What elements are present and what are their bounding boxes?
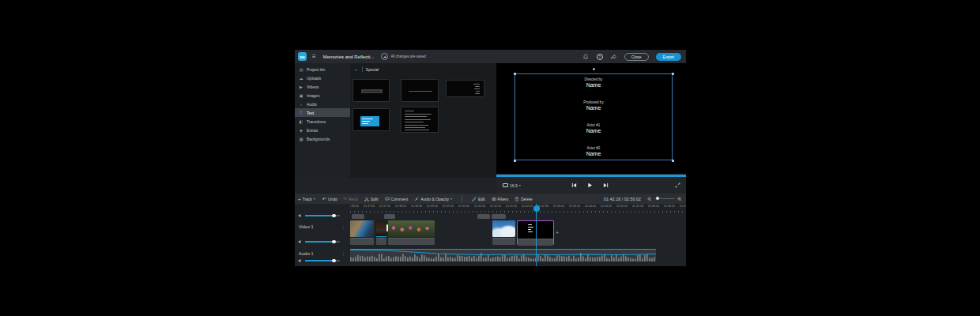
play-button[interactable] — [587, 182, 593, 188]
wevideo-logo[interactable]: we — [298, 52, 307, 61]
selection-handle-top-left[interactable] — [514, 73, 516, 75]
sidebar-item-label: Audio — [307, 102, 317, 107]
sidebar-item-label: Transitions — [307, 119, 326, 124]
fullscreen-icon[interactable] — [675, 182, 680, 188]
edit-button[interactable]: Edit — [472, 197, 485, 201]
audio-clip[interactable] — [350, 249, 656, 261]
video-track-label: Video 1 — [299, 224, 314, 229]
sidebar-item-label: Extras — [307, 128, 318, 133]
sidebar-item[interactable]: ◈ Extras — [295, 126, 350, 134]
lower-volume-slider[interactable] — [305, 260, 340, 261]
add-track-button[interactable]: + Track▾ — [298, 197, 315, 201]
selection-handle-bottom-left[interactable] — [514, 160, 516, 162]
video-volume-slider[interactable] — [305, 215, 340, 216]
transition-icon[interactable]: ⇄ — [512, 227, 514, 231]
clip-bar — [388, 238, 435, 245]
help-icon[interactable]: ? — [597, 54, 603, 60]
back-button[interactable]: ← — [354, 67, 359, 72]
wevideo-editor-window: we ≡ Memories and Reflecti... ☁ All chan… — [295, 50, 686, 266]
selection-handle-top-right[interactable] — [672, 73, 674, 75]
speaker-icon[interactable] — [298, 239, 303, 244]
upper-track-clip[interactable] — [384, 214, 395, 219]
text-template-thumbnail-3[interactable] — [446, 80, 484, 97]
undo-button[interactable]: ↶Undo — [322, 196, 337, 201]
ruler-tick: 01:47:00 — [678, 205, 686, 208]
text-template-thumbnail-2[interactable] — [401, 79, 439, 102]
speaker-icon[interactable] — [298, 213, 303, 218]
plus-icon: + — [298, 197, 301, 201]
upper-track-clip[interactable] — [492, 214, 506, 219]
credit-name: Name — [515, 151, 672, 156]
video-clip-2[interactable] — [376, 220, 386, 245]
video-clip-4[interactable]: ⇄ — [492, 220, 515, 245]
text-template-thumbnail-1[interactable] — [352, 79, 390, 102]
playhead-handle[interactable] — [533, 205, 540, 212]
ruler-tick: 01:39:00 — [425, 205, 439, 208]
video-clip-1[interactable] — [350, 220, 374, 245]
audio-opacity-button[interactable]: Audio & Opacity▾ — [414, 197, 452, 201]
audio-volume-slider[interactable] — [305, 241, 340, 242]
filters-button[interactable]: Filters — [492, 197, 509, 201]
aspect-ratio-selector[interactable]: 16:9 ▾ — [503, 183, 521, 188]
project-title[interactable]: Memories and Reflecti... — [323, 55, 375, 59]
zoom-out-icon[interactable] — [647, 197, 652, 201]
share-icon[interactable] — [610, 53, 617, 60]
timeline-toolbar: + Track▾ ↶Undo ↷Redo Split Comment Audio… — [295, 194, 686, 204]
export-button[interactable]: Export — [656, 53, 681, 61]
credit-block: Actor #2 Name — [515, 146, 672, 156]
video-clip-3[interactable] — [388, 220, 435, 245]
upper-track-clip[interactable] — [352, 214, 364, 219]
text-icon: T — [299, 111, 303, 115]
add-clip-button[interactable]: + — [556, 230, 559, 235]
sidebar-item[interactable]: ☁ Uploads — [295, 73, 350, 82]
clip-thumbnail — [388, 220, 435, 237]
sidebar-item-label: Uploads — [307, 76, 321, 81]
sidebar-item[interactable]: ▣ Images — [295, 91, 350, 100]
text-template-thumbnail-4[interactable] — [352, 108, 390, 131]
timeline-zoom-slider[interactable] — [654, 198, 675, 199]
next-frame-button[interactable] — [603, 182, 609, 188]
credit-role: Actor #1 — [515, 123, 672, 127]
volume-knob[interactable] — [332, 240, 336, 244]
previous-frame-button[interactable] — [571, 182, 577, 188]
comment-icon — [385, 197, 390, 201]
sidebar-item[interactable]: ▤ Project bin — [295, 65, 350, 73]
delete-button[interactable]: Delete — [514, 197, 532, 201]
track-menu-icon[interactable]: ⋮ — [341, 251, 345, 256]
top-bar: we ≡ Memories and Reflecti... ☁ All chan… — [295, 50, 686, 63]
menu-icon[interactable]: ≡ — [312, 54, 316, 60]
playhead-line[interactable] — [536, 204, 537, 266]
volume-knob[interactable] — [332, 214, 336, 218]
ruler-tick: 01:45:00 — [615, 205, 629, 208]
upper-track-clip[interactable] — [477, 214, 490, 219]
split-button[interactable]: Split — [364, 197, 379, 201]
rotation-handle[interactable] — [593, 68, 595, 70]
chevron-down-icon: ▾ — [314, 197, 315, 201]
volume-envelope[interactable] — [350, 249, 656, 261]
backgrounds-icon: ▩ — [299, 137, 303, 141]
ruler-tick: 01:37:30 — [378, 205, 392, 208]
sidebar-item[interactable]: ♪ Audio — [295, 100, 350, 108]
redo-button[interactable]: ↷Redo — [343, 196, 358, 201]
close-button[interactable]: Close — [624, 53, 649, 61]
sidebar-item[interactable]: T Text — [295, 108, 350, 117]
clip-thumbnail — [376, 220, 386, 237]
notifications-bell-icon[interactable] — [582, 53, 590, 60]
text-template-thumbnail-5[interactable] — [401, 107, 439, 133]
track-menu-icon[interactable]: ⋮ — [341, 224, 345, 229]
zoom-slider-knob[interactable] — [656, 197, 659, 200]
preview-stage[interactable]: Directed by Name Produced by Name Actor … — [496, 63, 686, 174]
volume-knob[interactable] — [332, 259, 336, 263]
speaker-icon[interactable] — [298, 258, 303, 263]
credits-text-element[interactable]: Directed by Name Produced by Name Actor … — [514, 73, 673, 160]
ruler-tick: 01:43:30 — [567, 205, 582, 208]
zoom-in-icon[interactable] — [677, 197, 682, 201]
comment-button[interactable]: Comment — [385, 197, 409, 201]
sidebar-item[interactable]: ◧ Transitions — [295, 117, 350, 126]
ruler-tick: 01:44:00 — [583, 205, 597, 208]
sidebar-item[interactable]: ▩ Backgrounds — [295, 134, 350, 143]
selection-handle-bottom-right[interactable] — [672, 160, 674, 162]
undo-icon: ↶ — [322, 196, 326, 201]
ruler-tick: 01:36:30 — [350, 205, 360, 208]
sidebar-item[interactable]: ▶ Videos — [295, 82, 350, 91]
